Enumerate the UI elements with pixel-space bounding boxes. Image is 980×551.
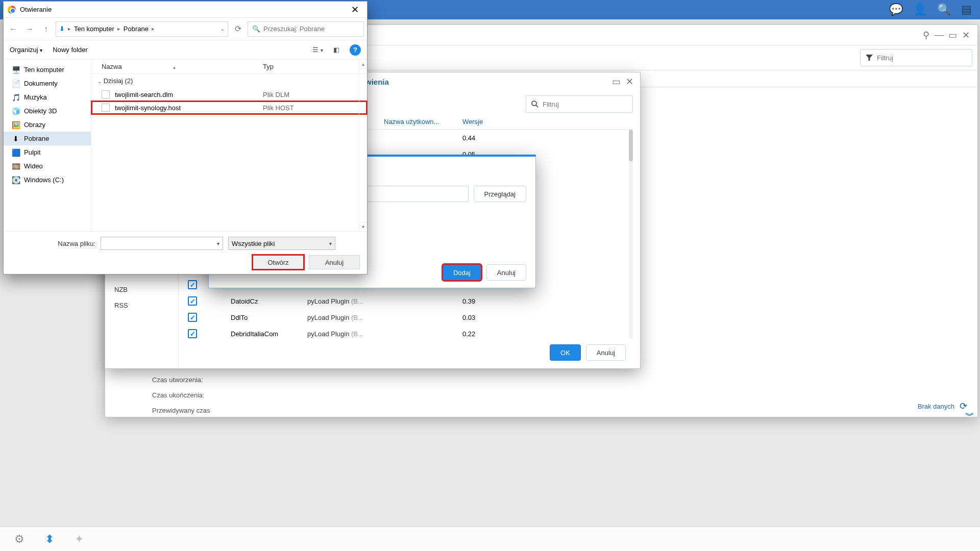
download-station-taskbar-icon[interactable]: ⬍	[45, 533, 54, 546]
app-icon[interactable]: ✦	[75, 533, 84, 546]
add-cancel-button[interactable]: Anuluj	[486, 264, 526, 281]
dialog-close[interactable]: ✕	[347, 4, 363, 15]
crumb-computer[interactable]: Ten komputer	[74, 25, 114, 33]
tree-item[interactable]: 🎞️Wideo	[4, 159, 91, 173]
chevron-down-icon[interactable]: ⌄	[220, 26, 225, 32]
open-button[interactable]: Otwórz	[253, 255, 304, 269]
scroll-up-icon[interactable]: ▴	[359, 60, 367, 69]
checkbox-icon[interactable]: ✓	[188, 296, 197, 306]
chevron-down-icon: ▾	[329, 241, 332, 246]
user-icon[interactable]: 👤	[913, 3, 927, 16]
settings-close[interactable]: ✕	[624, 76, 635, 87]
filename-label: Nazwa pliku:	[34, 240, 95, 247]
col-filename[interactable]: Nazwa▴	[91, 63, 263, 70]
sort-asc-icon: ▴	[173, 64, 176, 70]
pin-icon[interactable]: ⚲	[920, 30, 932, 41]
tree-item[interactable]: 🖼️Obrazy	[4, 118, 91, 132]
maximize-button[interactable]: ▭	[947, 30, 958, 41]
chat-icon[interactable]: 💬	[889, 3, 903, 16]
settings-footer: OK Anuluj	[183, 339, 633, 366]
scrollbar-thumb[interactable]	[629, 130, 633, 161]
dialog-title: Otwieranie	[20, 6, 52, 13]
folder-tree: 🖥️Ten komputer📄Dokumenty🎵Muzyka🧊Obiekty …	[4, 60, 91, 231]
file-icon	[102, 104, 110, 112]
search-icon[interactable]: 🔍	[937, 3, 951, 16]
file-group[interactable]: ⌄ Dzisiaj (2)	[91, 74, 367, 88]
tree-item[interactable]: 🎵Muzyka	[4, 90, 91, 104]
expand-chevron-icon[interactable]: ︾	[965, 410, 974, 422]
col-filetype[interactable]: Typ	[263, 63, 367, 70]
chevron-right-icon: ▸	[117, 26, 120, 32]
dialog-titlebar: Otwieranie ✕	[4, 2, 367, 18]
search-input[interactable]	[263, 25, 359, 33]
folder-icon: 💽	[12, 176, 20, 184]
chevron-right-icon: ▸	[68, 26, 71, 32]
file-cancel-button[interactable]: Anuluj	[309, 255, 360, 269]
folder-icon: 🖥️	[12, 66, 20, 74]
table-row[interactable]: ✓DdlTopyLoad Plugin (B...0.03	[183, 309, 633, 325]
tree-item[interactable]: 🟦Pulpit	[4, 145, 91, 159]
list-scrollbar[interactable]: ▴ ▾	[359, 60, 367, 231]
task-details: Czas utworzenia: Czas ukończenia: Przewi…	[152, 372, 210, 418]
detail-created: Czas utworzenia:	[152, 372, 210, 388]
filename-combo[interactable]: ▾	[101, 237, 223, 250]
nav-up-icon[interactable]: ↑	[39, 22, 53, 36]
col-version[interactable]: Wersje	[459, 118, 633, 126]
scrollbar[interactable]	[629, 130, 633, 339]
search-box[interactable]: 🔍	[248, 21, 364, 37]
organize-menu[interactable]: Organizuj ▾	[10, 46, 42, 54]
table-row[interactable]: ✓DatoidCzpyLoad Plugin (B...0.39	[183, 293, 633, 309]
checkbox-icon[interactable]: ✓	[188, 313, 197, 322]
scroll-down-icon[interactable]: ▾	[359, 222, 367, 231]
add-button[interactable]: Dodaj	[443, 264, 481, 281]
checkbox-icon[interactable]: ✓	[188, 280, 197, 289]
nav-back-icon[interactable]: ←	[7, 22, 20, 36]
preview-pane-icon[interactable]: ◧	[333, 46, 339, 54]
filter-box[interactable]	[860, 49, 972, 66]
col-user[interactable]: Nazwa użytkown...	[381, 118, 459, 126]
dashboard-icon[interactable]: ▤	[961, 3, 972, 16]
tree-item[interactable]: 🧊Obiekty 3D	[4, 104, 91, 118]
folder-icon: ⬇	[12, 135, 20, 143]
refresh-icon[interactable]: ⟳	[231, 22, 244, 36]
close-button[interactable]: ✕	[960, 30, 971, 41]
chevron-right-icon: ▸	[152, 26, 155, 32]
tree-item[interactable]: 📄Dokumenty	[4, 77, 91, 90]
no-data-row: Brak danych ⟳	[918, 400, 967, 412]
tree-item[interactable]: 💽Windows (C:)	[4, 173, 91, 187]
dialog-nav: ← → ↑ ⬇ ▸ Ten komputer ▸ Pobrane ▸ ⌄ ⟳ 🔍	[4, 18, 367, 40]
sidebar-item-nzb[interactable]: NZB	[105, 282, 178, 297]
tree-item[interactable]: ⬇Pobrane	[4, 132, 91, 145]
new-folder-button[interactable]: Nowy folder	[53, 46, 88, 54]
file-row[interactable]: twojlimit-search.dlmPlik DLM	[91, 88, 367, 101]
settings-filter-input[interactable]	[543, 101, 628, 108]
no-data-label: Brak danych	[918, 403, 954, 410]
minimize-button[interactable]: —	[934, 30, 945, 41]
breadcrumb[interactable]: ⬇ ▸ Ten komputer ▸ Pobrane ▸ ⌄	[56, 21, 228, 37]
filter-input[interactable]	[877, 54, 968, 62]
sidebar-item-rss[interactable]: RSS	[105, 297, 178, 313]
detail-eta: Przewidywany czas	[152, 403, 210, 418]
file-open-dialog: Otwieranie ✕ ← → ↑ ⬇ ▸ Ten komputer ▸ Po…	[3, 1, 368, 274]
nav-fwd-icon[interactable]: →	[23, 22, 36, 36]
settings-maximize[interactable]: ▭	[610, 76, 622, 87]
gear-icon[interactable]: ⚙	[14, 533, 24, 546]
table-row[interactable]: ✓DebridItaliaCompyLoad Plugin (B...0.22	[183, 325, 633, 339]
checkbox-icon[interactable]: ✓	[188, 329, 197, 338]
view-mode-icon[interactable]: ☰ ▾	[312, 46, 323, 54]
browse-button[interactable]: Przeglądaj	[474, 186, 526, 202]
file-icon	[102, 90, 110, 98]
folder-icon: 🧊	[12, 107, 20, 115]
settings-filter[interactable]	[526, 95, 633, 113]
tree-item[interactable]: 🖥️Ten komputer	[4, 63, 91, 77]
chevron-down-icon: ▾	[217, 241, 219, 246]
folder-icon: 🟦	[12, 148, 20, 157]
crumb-downloads[interactable]: Pobrane	[124, 25, 149, 33]
cancel-button[interactable]: Anuluj	[586, 344, 626, 361]
file-list: Nazwa▴ Typ ⌄ Dzisiaj (2) twojlimit-searc…	[91, 60, 367, 231]
help-icon[interactable]: ?	[350, 44, 361, 56]
ok-button[interactable]: OK	[550, 344, 581, 361]
chevron-down-icon: ▾	[40, 47, 42, 53]
file-row[interactable]: twojlimit-synology.hostPlik HOST	[91, 101, 367, 114]
filetype-combo[interactable]: Wszystkie pliki▾	[228, 237, 335, 250]
